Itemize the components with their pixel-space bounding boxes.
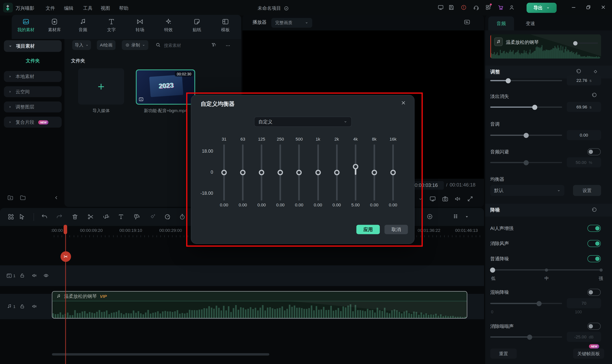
preview-display-icon[interactable]	[429, 195, 436, 202]
ducking-toggle[interactable]	[587, 148, 601, 155]
pitch-value[interactable]: 0.00	[567, 130, 601, 140]
reset-all-button[interactable]: 重置	[490, 349, 517, 359]
tab-模板[interactable]: 模板	[211, 15, 240, 39]
headset-icon[interactable]	[473, 4, 480, 11]
sidebar-item-2[interactable]: 调整图层	[4, 101, 62, 112]
scope-icon[interactable]	[464, 19, 470, 26]
tab-audio[interactable]: 音频	[488, 16, 514, 30]
video-track[interactable]: 1	[0, 265, 484, 286]
sidebar-item-0[interactable]: 本地素材	[4, 71, 62, 82]
reset-icon[interactable]	[591, 207, 597, 213]
sidebar-folder-label[interactable]: 文件夹	[4, 58, 62, 65]
tab-speed[interactable]: 变速	[519, 16, 542, 30]
caret-down-icon[interactable]	[465, 215, 469, 219]
plus-circle-button[interactable]	[427, 213, 433, 220]
tts-button[interactable]	[134, 213, 140, 220]
close-icon[interactable]	[400, 100, 406, 106]
wind-removal-toggle[interactable]	[587, 240, 601, 247]
eq-slider-thumb[interactable]	[240, 170, 246, 175]
lock-icon[interactable]	[20, 304, 25, 309]
redo-button[interactable]	[56, 213, 63, 220]
snapshot-camera-icon[interactable]	[442, 195, 449, 202]
level-knob[interactable]	[490, 267, 495, 273]
tab-文字[interactable]: 文字	[97, 15, 126, 39]
cart-icon[interactable]	[498, 4, 504, 11]
tab-我的素材[interactable]: 我的素材	[12, 15, 40, 39]
mute-track-icon[interactable]	[32, 273, 37, 278]
export-button[interactable]: 导出	[526, 3, 557, 13]
user-icon[interactable]	[509, 4, 515, 11]
equalizer-preset-select[interactable]: 默认	[490, 185, 565, 196]
reset-icon[interactable]	[576, 69, 582, 75]
track-height-button[interactable]	[453, 213, 459, 220]
reset-icon[interactable]	[591, 92, 597, 99]
folder-icon[interactable]	[20, 194, 26, 201]
eq-slider-thumb[interactable]	[390, 170, 396, 175]
menu-item-4[interactable]: 帮助	[119, 5, 128, 12]
card-volume-slider[interactable]	[574, 42, 598, 44]
lock-icon[interactable]	[20, 273, 25, 278]
window-close-button[interactable]	[600, 4, 606, 10]
eq-slider-thumb[interactable]	[334, 170, 339, 175]
tab-素材库[interactable]: 素材库	[40, 15, 69, 39]
import-media-tile[interactable]: +	[78, 68, 124, 105]
record-button[interactable]: 录制	[122, 40, 148, 50]
undo-button[interactable]	[41, 213, 48, 220]
import-button[interactable]: 导入	[72, 40, 91, 50]
eq-slider-thumb[interactable]	[259, 170, 264, 175]
volume-icon[interactable]	[454, 195, 461, 202]
project-title-wrap[interactable]: 未命名项目	[258, 5, 289, 12]
timeline-scrollbar[interactable]	[52, 353, 269, 355]
ai-voice-toggle[interactable]	[587, 225, 601, 232]
cancel-button[interactable]: 取消	[385, 225, 408, 234]
reverb-denoise-toggle[interactable]	[587, 289, 601, 296]
eq-slider-thumb[interactable]	[278, 170, 283, 175]
more-options-icon[interactable]	[225, 43, 231, 48]
tab-转场[interactable]: 转场	[126, 15, 154, 39]
hum-slider[interactable]	[490, 337, 562, 338]
quality-select[interactable]: 完整画质	[271, 18, 312, 28]
chevron-down-icon[interactable]	[418, 197, 423, 201]
monitor-disp-icon[interactable]	[438, 4, 444, 11]
ducking-slider[interactable]	[490, 162, 562, 163]
keyframe-add-button[interactable]	[149, 213, 156, 220]
apply-button[interactable]: 应用	[356, 225, 380, 234]
menu-item-2[interactable]: 工具	[83, 5, 92, 12]
eq-slider-thumb[interactable]	[372, 170, 377, 175]
sidebar-item-1[interactable]: 云空间	[4, 86, 62, 97]
window-restore-button[interactable]	[586, 4, 591, 10]
collapse-sidebar-icon[interactable]	[54, 195, 59, 200]
audio-clip-card[interactable]: 温柔放松的钢琴	[490, 34, 601, 59]
cursor-button[interactable]	[19, 213, 25, 220]
timeline-audio-clip[interactable]: 温柔放松的钢琴 VIP	[52, 291, 467, 318]
alert-icon[interactable]	[461, 4, 467, 11]
panel-grid-button[interactable]	[8, 213, 14, 220]
hum-removal-toggle[interactable]	[587, 323, 601, 330]
denoise-level-slider[interactable]	[490, 269, 602, 271]
save-icon[interactable]	[448, 4, 454, 11]
fade-out-value[interactable]: 69.96s	[567, 102, 601, 112]
window-minimize-button[interactable]	[571, 4, 577, 10]
app-logo-icon[interactable]	[3, 3, 13, 13]
menu-item-1[interactable]: 编辑	[64, 5, 73, 12]
stopwatch-button[interactable]	[179, 213, 186, 220]
tab-特效[interactable]: 特效	[154, 15, 183, 39]
scissors-tool-button[interactable]	[87, 213, 94, 220]
new-folder-icon[interactable]	[7, 194, 14, 201]
pitch-slider[interactable]	[490, 135, 562, 136]
reverb-slider[interactable]	[490, 303, 562, 304]
ai-paint-button[interactable]: AI绘画	[97, 40, 116, 50]
eq-slider-thumb[interactable]	[315, 170, 321, 175]
tab-音频[interactable]: 音频	[69, 15, 97, 39]
menu-item-0[interactable]: 文件	[46, 5, 55, 12]
search-icon[interactable]	[155, 42, 161, 48]
speed-clock-button[interactable]	[164, 213, 171, 220]
fade-in-value[interactable]: 22.76s	[567, 75, 601, 86]
text-tool-button[interactable]	[118, 213, 124, 220]
search-input[interactable]: 搜索素材	[164, 42, 181, 48]
sidebar-item-3[interactable]: 复合片段NEW	[4, 117, 62, 128]
playhead-handle[interactable]	[64, 225, 67, 234]
normal-denoise-toggle[interactable]	[587, 255, 601, 262]
eq-slider-thumb[interactable]	[353, 164, 358, 169]
eq-preset-select[interactable]: 自定义	[254, 117, 352, 127]
